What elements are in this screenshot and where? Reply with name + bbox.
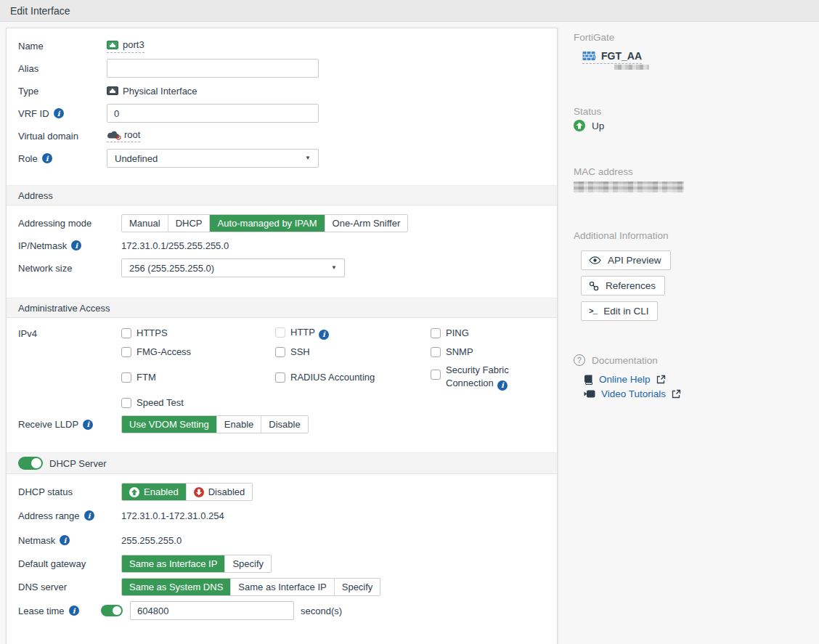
role-selected-value: Undefined [115, 153, 158, 164]
radius-accounting-checkbox[interactable] [275, 372, 285, 383]
default-gateway-segment: Same as Interface IP Specify [121, 555, 272, 573]
interface-name: port3 [123, 39, 144, 50]
lldp-option-disable[interactable]: Disable [261, 416, 307, 433]
speed-test-checkbox[interactable] [121, 398, 131, 408]
online-help-link[interactable]: Online Help [584, 374, 813, 385]
role-info-icon[interactable]: i [42, 153, 52, 163]
lldp-option-vdom[interactable]: Use VDOM Setting [122, 416, 217, 433]
eye-icon [589, 256, 601, 264]
dns-option-system-dns[interactable]: Same as System DNS [122, 579, 231, 595]
address-range-label: Address range [18, 510, 80, 521]
addressing-mode-option-dhcp[interactable]: DHCP [168, 215, 211, 232]
edit-in-cli-button[interactable]: >_ Edit in CLI [581, 301, 658, 321]
ethernet-port-icon [107, 39, 118, 51]
dns-option-specify[interactable]: Specify [335, 579, 380, 595]
documentation-header: ? Documentation [574, 354, 813, 366]
vrf-label: VRF ID [18, 108, 49, 119]
physical-interface-icon [107, 85, 118, 97]
checkbox-radius-accounting[interactable]: RADIUS Accounting [275, 372, 431, 383]
ipv4-checkbox-grid: HTTPS HTTPi PING FMG-Access SSH SNMP FTM… [121, 327, 612, 408]
page-title-bar: Edit Interface [0, 0, 819, 22]
security-fabric-info-icon[interactable]: i [497, 380, 508, 391]
ip-netmask-info-icon[interactable]: i [71, 240, 81, 250]
vrf-row: VRF ID i [7, 104, 557, 123]
ip-netmask-value: 172.31.0.1/255.255.255.0 [121, 240, 229, 251]
lease-time-toggle[interactable] [101, 605, 123, 616]
addressing-mode-option-sniffer[interactable]: One-Arm Sniffer [325, 215, 408, 232]
gateway-option-specify[interactable]: Specify [225, 555, 271, 572]
address-range-row: Address range i 172.31.0.1-172.31.0.254 [7, 508, 557, 523]
up-arrow-circle-icon [129, 487, 139, 497]
vrf-input[interactable] [107, 104, 319, 123]
dhcp-netmask-row: Netmask i 255.255.255.0 [7, 533, 557, 547]
addressing-mode-option-ipam[interactable]: Auto-managed by IPAM [210, 215, 325, 232]
receive-lldp-segment: Use VDOM Setting Enable Disable [121, 415, 309, 433]
security-fabric-checkbox[interactable] [431, 370, 441, 380]
checkbox-https[interactable]: HTTPS [121, 327, 275, 338]
dhcp-netmask-info-icon[interactable]: i [60, 535, 70, 545]
vrf-info-icon[interactable]: i [54, 108, 64, 118]
vdom-entity[interactable]: ⚙ root [107, 129, 140, 142]
receive-lldp-info-icon[interactable]: i [83, 420, 93, 430]
edit-interface-panel: Name port3 Alias Type Physical Interface… [6, 28, 558, 644]
dhcp-section-title: DHCP Server [49, 458, 107, 469]
default-gateway-label: Default gateway [18, 558, 86, 569]
video-camera-icon [584, 390, 595, 398]
checkbox-ftm[interactable]: FTM [121, 372, 275, 383]
https-checkbox[interactable] [121, 328, 131, 338]
role-select[interactable]: Undefined ▼ [107, 149, 319, 168]
status-up-icon [574, 120, 585, 131]
ftm-checkbox[interactable] [121, 372, 131, 383]
chevron-down-icon: ▼ [331, 265, 337, 271]
http-checkbox[interactable] [275, 327, 285, 338]
interface-name-entity[interactable]: port3 [107, 39, 144, 53]
references-button[interactable]: References [581, 276, 665, 295]
checkbox-fmg-access[interactable]: FMG-Access [121, 346, 275, 357]
alias-row: Alias [7, 59, 557, 78]
checkbox-speed-test[interactable]: Speed Test [121, 397, 275, 408]
ping-checkbox[interactable] [431, 328, 441, 338]
network-size-select[interactable]: 256 (255.255.255.0) ▼ [121, 258, 345, 277]
lease-time-input[interactable] [130, 601, 294, 620]
network-size-label: Network size [18, 263, 72, 274]
admin-access-section-header: Administrative Access [7, 298, 557, 318]
dns-server-segment: Same as System DNS Same as Interface IP … [121, 578, 380, 596]
ssh-checkbox[interactable] [275, 347, 285, 357]
external-link-icon [672, 389, 681, 399]
receive-lldp-label: Receive LLDP [18, 419, 78, 430]
alias-input[interactable] [107, 59, 319, 78]
mac-address-redacted-value [574, 182, 684, 192]
dhcp-status-label: DHCP status [18, 486, 73, 497]
address-section-header: Address [7, 185, 557, 205]
lease-time-info-icon[interactable]: i [69, 606, 79, 616]
dns-option-interface-ip[interactable]: Same as Interface IP [231, 579, 334, 595]
lease-time-label: Lease time [18, 606, 65, 616]
fortigate-device-link[interactable]: FGT_AA [582, 50, 642, 64]
checkbox-http[interactable]: HTTPi [275, 327, 431, 340]
chevron-down-icon: ▼ [305, 155, 311, 161]
video-tutorials-link[interactable]: Video Tutorials [584, 388, 813, 399]
lease-time-unit: second(s) [301, 606, 342, 616]
fmg-access-checkbox[interactable] [121, 347, 131, 357]
dhcp-status-disabled[interactable]: Disabled [187, 484, 253, 500]
dhcp-netmask-label: Netmask [18, 535, 55, 546]
additional-info-label: Additional Information [574, 230, 813, 241]
documentation-label: Documentation [592, 355, 658, 366]
snmp-checkbox[interactable] [431, 347, 441, 357]
address-range-value: 172.31.0.1-172.31.0.254 [121, 510, 224, 521]
http-info-icon[interactable]: i [319, 330, 329, 340]
page-title: Edit Interface [10, 5, 70, 17]
addressing-mode-option-manual[interactable]: Manual [122, 215, 168, 232]
ipv4-label: IPv4 [18, 328, 37, 339]
dhcp-status-enabled[interactable]: Enabled [122, 484, 187, 500]
mac-address-label: MAC address [574, 166, 813, 177]
checkbox-ssh[interactable]: SSH [275, 346, 431, 357]
gateway-option-same-as-interface[interactable]: Same as Interface IP [122, 555, 225, 572]
vdom-gear-icon: ⚙ [115, 134, 122, 142]
api-preview-button[interactable]: API Preview [581, 250, 671, 270]
lldp-option-enable[interactable]: Enable [217, 416, 261, 433]
ip-netmask-row: IP/Netmask i 172.31.0.1/255.255.255.0 [7, 238, 557, 253]
dhcp-server-toggle[interactable] [18, 457, 43, 470]
lease-time-row: Lease time i second(s) [7, 601, 557, 620]
address-range-info-icon[interactable]: i [84, 510, 94, 521]
